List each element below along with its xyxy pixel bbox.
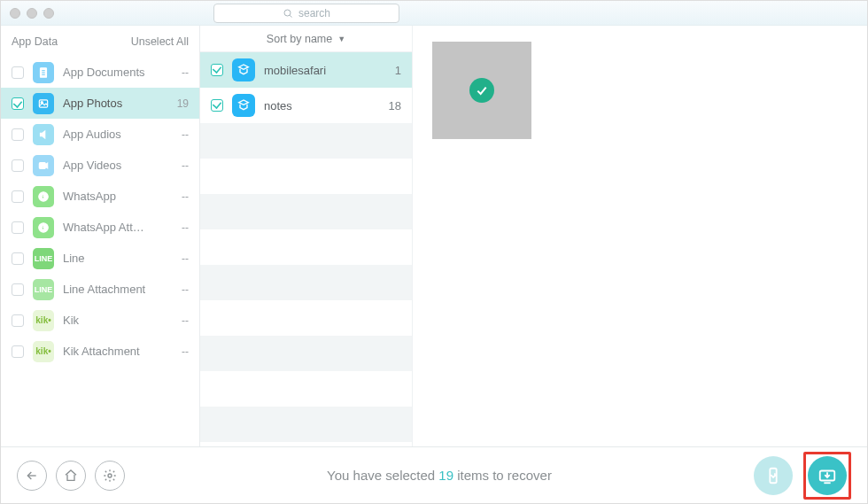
list-item-empty [200, 336, 412, 371]
selected-count: 19 [438, 468, 453, 483]
photo-icon [33, 93, 54, 114]
main-area: App Data Unselect All App Documents -- A… [1, 26, 867, 446]
item-label: mobilesafari [264, 64, 386, 77]
sidebar-item-label: Line [63, 252, 173, 265]
app-store-icon [232, 94, 255, 117]
sidebar-item-count: 19 [177, 97, 189, 110]
home-button[interactable] [56, 461, 86, 491]
sidebar-item-label: App Documents [63, 66, 173, 79]
sidebar-header: App Data Unselect All [1, 26, 199, 57]
line-icon: LINE [33, 279, 54, 300]
sidebar-item-app-audios[interactable]: App Audios -- [1, 119, 199, 150]
checkbox[interactable] [211, 64, 223, 76]
sidebar-list: App Documents -- App Photos 19 App Audio… [1, 57, 199, 367]
app-store-icon [232, 58, 255, 81]
sidebar-item-whatsapp[interactable]: WhatsApp -- [1, 181, 199, 212]
sidebar-item-count: -- [182, 159, 189, 172]
sidebar: App Data Unselect All App Documents -- A… [1, 26, 200, 446]
unselect-all-button[interactable]: Unselect All [131, 35, 189, 48]
sidebar-item-label: WhatsApp [63, 190, 173, 203]
video-icon [33, 155, 54, 176]
checkbox[interactable] [12, 128, 24, 141]
checkbox[interactable] [12, 252, 24, 265]
sidebar-item-app-photos[interactable]: App Photos 19 [1, 88, 199, 119]
checkbox[interactable] [12, 314, 24, 327]
checkbox[interactable] [12, 159, 24, 172]
sidebar-item-label: App Audios [63, 128, 173, 141]
list-item-notes[interactable]: notes 18 [200, 88, 412, 123]
list-item-empty [200, 194, 412, 229]
sidebar-item-line[interactable]: LINE Line -- [1, 243, 199, 274]
sidebar-item-kik-attachment[interactable]: kik• Kik Attachment -- [1, 336, 199, 367]
footer-nav [17, 461, 125, 491]
kik-icon: kik• [33, 310, 54, 331]
item-count: 18 [389, 99, 401, 112]
item-list-panel: Sort by name ▼ mobilesafari 1 notes 18 [200, 26, 413, 446]
line-icon: LINE [33, 248, 54, 269]
sidebar-item-count: -- [182, 128, 189, 141]
search-placeholder: search [298, 7, 330, 19]
wa-icon [33, 217, 54, 238]
selected-check-icon [469, 78, 494, 103]
sidebar-item-count: -- [182, 66, 189, 79]
maximize-window-button[interactable] [43, 8, 54, 19]
wa-icon [33, 186, 54, 207]
close-window-button[interactable] [10, 8, 20, 19]
chevron-down-icon: ▼ [337, 35, 345, 43]
status-text: You have selected 19 items to recover [125, 468, 754, 483]
list-item-empty [200, 265, 412, 300]
checkbox[interactable] [12, 66, 24, 79]
recover-to-device-button[interactable] [754, 456, 793, 495]
list-item-mobilesafari[interactable]: mobilesafari 1 [200, 52, 412, 88]
sidebar-item-count: -- [182, 221, 189, 234]
sidebar-item-label: Line Attachment [63, 283, 173, 296]
highlight-annotation [803, 452, 851, 500]
app-window: search App Data Unselect All App Documen… [0, 0, 868, 504]
checkbox[interactable] [12, 97, 24, 110]
sidebar-item-line-attachment[interactable]: LINE Line Attachment -- [1, 274, 199, 305]
sidebar-item-count: -- [182, 190, 189, 203]
back-button[interactable] [17, 461, 47, 491]
sidebar-item-whatsapp-att-[interactable]: WhatsApp Att… -- [1, 212, 199, 243]
audio-icon [33, 124, 54, 145]
item-list: mobilesafari 1 notes 18 [200, 52, 412, 446]
svg-line-1 [290, 15, 291, 17]
checkbox[interactable] [12, 221, 24, 234]
sidebar-item-app-documents[interactable]: App Documents -- [1, 57, 199, 88]
sidebar-item-label: WhatsApp Att… [63, 221, 173, 234]
sidebar-item-label: Kik Attachment [63, 345, 173, 358]
preview-thumbnail[interactable] [432, 42, 531, 139]
checkbox[interactable] [12, 283, 24, 296]
title-bar: search [1, 1, 867, 26]
doc-icon [33, 62, 54, 83]
sidebar-item-label: Kik [63, 314, 173, 327]
settings-button[interactable] [95, 461, 125, 491]
sidebar-title: App Data [12, 35, 58, 48]
search-input[interactable]: search [213, 4, 399, 23]
list-item-empty [200, 407, 412, 442]
sidebar-item-kik[interactable]: kik• Kik -- [1, 305, 199, 336]
checkbox[interactable] [12, 345, 24, 358]
sort-button[interactable]: Sort by name ▼ [200, 26, 412, 52]
checkbox[interactable] [12, 190, 24, 203]
footer-actions [754, 452, 851, 500]
footer: You have selected 19 items to recover [1, 446, 867, 503]
list-item-empty [200, 123, 412, 159]
sidebar-item-count: -- [182, 283, 189, 296]
sort-label: Sort by name [267, 33, 332, 45]
checkbox[interactable] [211, 99, 223, 112]
list-item-empty [200, 371, 412, 407]
sidebar-item-app-videos[interactable]: App Videos -- [1, 150, 199, 181]
svg-point-12 [108, 474, 112, 477]
sidebar-item-count: -- [182, 252, 189, 265]
svg-rect-8 [39, 162, 45, 168]
sidebar-item-label: App Photos [63, 97, 168, 110]
kik-icon: kik• [33, 341, 54, 362]
sidebar-item-label: App Videos [63, 159, 173, 172]
preview-panel [413, 26, 867, 446]
recover-to-computer-button[interactable] [808, 456, 847, 495]
item-count: 1 [395, 64, 401, 77]
minimize-window-button[interactable] [27, 8, 37, 19]
sidebar-item-count: -- [182, 314, 189, 327]
list-item-empty [200, 300, 412, 336]
